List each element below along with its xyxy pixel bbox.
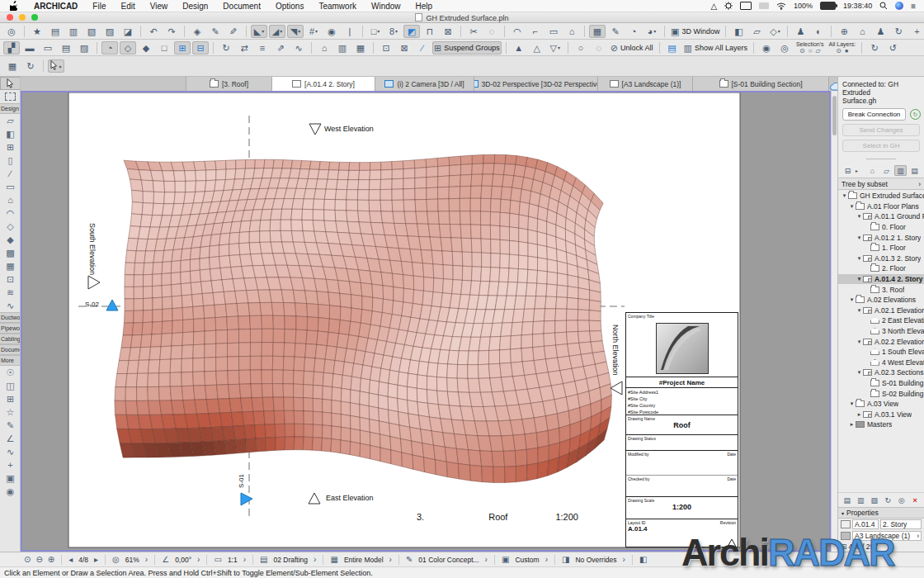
axo-view-icon[interactable]: ◇▾	[766, 25, 783, 38]
publisher-icon[interactable]: ▤	[908, 165, 921, 176]
tree-item[interactable]: ▾A.01 Floor Plans	[838, 201, 924, 212]
selection-pen-icon[interactable]: ▱	[815, 48, 820, 54]
unlock-all-button[interactable]: ⊘Unlock All	[609, 41, 655, 54]
label-tool[interactable]: ✎	[0, 419, 21, 432]
tree-item[interactable]: ▾A.02.2 Elevation	[838, 336, 924, 347]
curtain-wall-tool[interactable]: ◆	[0, 233, 21, 246]
model-view-value[interactable]: Custom	[515, 556, 539, 564]
rotate-icon[interactable]: ↻	[218, 41, 234, 54]
tree-item[interactable]: 4 West Elevation	[838, 358, 924, 368]
magnet-snap-icon[interactable]: ◉	[323, 25, 340, 38]
quick-options-icon[interactable]: ◎	[3, 25, 20, 38]
tab-3[interactable]: (i) 2 Camera [3D / All]	[375, 77, 474, 91]
tree-item[interactable]: 0. Floor	[838, 222, 924, 233]
visibility-a-icon[interactable]: ◉	[758, 41, 775, 54]
view-map-icon[interactable]: ▱	[880, 165, 893, 176]
orientation-value[interactable]: 0,00°	[175, 556, 191, 564]
modify-icon[interactable]: ⊡	[378, 41, 394, 54]
quick-layers-icon[interactable]: ▤	[664, 41, 681, 54]
menu-item-view[interactable]: View	[143, 2, 176, 11]
publish-home-icon[interactable]: ⌂	[854, 25, 870, 38]
poly-edit-icon[interactable]: ◇	[120, 41, 136, 54]
new-master-icon[interactable]: ▧	[869, 495, 880, 505]
mesh-tool[interactable]: ▦	[0, 259, 21, 272]
parameter-transfer-icon[interactable]: ◈	[189, 25, 205, 38]
walk-icon[interactable]: ♟	[872, 25, 889, 38]
tree-item[interactable]: 2. Floor	[838, 263, 924, 274]
marquee-tool[interactable]	[0, 90, 21, 103]
toolbox-section-design[interactable]: Design	[0, 103, 21, 114]
project-chooser-icon[interactable]: ⊟	[842, 165, 854, 176]
grid-snap-icon[interactable]: #▾	[305, 25, 322, 38]
resize-icon[interactable]: ⊠	[396, 41, 412, 54]
pen-set-icon[interactable]: ✎	[406, 555, 412, 564]
renovation-icon[interactable]: ✎	[607, 25, 624, 38]
favorite-apply-icon[interactable]: ▞	[3, 41, 20, 54]
beam-tool[interactable]: ∕	[0, 167, 21, 180]
dimension-tool[interactable]: ∠	[0, 432, 21, 445]
scrollbar-thumb[interactable]	[832, 96, 837, 135]
selection-eye-icon[interactable]: ⊙	[799, 48, 805, 54]
send-changes-button[interactable]: Send Changes	[842, 124, 920, 136]
layer-combination-value[interactable]: 02 Drafting	[274, 556, 309, 564]
marquee-select-icon[interactable]: □	[156, 41, 172, 54]
zoom-in-icon[interactable]: ⊕	[48, 555, 54, 564]
slab-mode-icon[interactable]: ▭	[40, 41, 56, 54]
tree-expander[interactable]: ▾	[848, 203, 856, 210]
tree-item[interactable]: ▸Masters	[838, 419, 924, 430]
menu-item-file[interactable]: File	[85, 2, 113, 11]
tree-expander[interactable]: ▾	[848, 400, 856, 407]
drawing-canvas[interactable]: West Elevation South Elevation North Ele…	[21, 91, 831, 552]
pen-set-chevron-icon[interactable]: ›	[485, 555, 488, 564]
tree-item[interactable]: ▾A.01.3 2. Story	[838, 253, 924, 264]
new-layout-icon[interactable]: ▤	[842, 495, 853, 505]
tab-2[interactable]: [A.01.4 2. Story]	[272, 77, 375, 91]
property-story-name[interactable]: 2. Story	[880, 519, 922, 529]
structure-display-value[interactable]: Entire Model	[344, 556, 384, 564]
tree-item[interactable]: ▾A.01.2 1. Story	[838, 232, 924, 243]
hotspot-tool[interactable]: +	[0, 458, 21, 471]
triangle-icon[interactable]: △	[710, 2, 717, 11]
tree-item[interactable]: ▾A.02 Elevations	[838, 295, 924, 306]
input-menu-icon[interactable]	[759, 2, 769, 9]
tree-item[interactable]: 1 South Elevation	[838, 347, 924, 358]
menu-item-options[interactable]: Options	[268, 2, 311, 11]
section-3d-icon[interactable]: ◧	[730, 25, 747, 38]
move-down-icon[interactable]: ▽▾	[547, 41, 563, 54]
transfer-settings-icon[interactable]: ▧	[83, 25, 100, 38]
new-subset-icon[interactable]: ▥	[856, 495, 867, 505]
zoom-out-icon[interactable]: ⊖	[35, 555, 42, 564]
prev-zoom-icon[interactable]: ◂	[68, 555, 73, 564]
next-zoom-icon[interactable]: ▸	[94, 555, 98, 564]
grid-tool[interactable]: ⊞	[0, 392, 21, 405]
menu-item-document[interactable]: Document	[215, 2, 268, 11]
light-tool[interactable]: ☆	[0, 405, 21, 419]
layers-eye-icon[interactable]: ⊙	[836, 48, 842, 54]
tree-expander[interactable]: ▾	[841, 192, 848, 199]
menu-item-help[interactable]: Help	[408, 2, 441, 11]
paste-settings-icon[interactable]: ▥	[65, 25, 82, 38]
pin-icon[interactable]: |	[342, 25, 358, 38]
tree-item[interactable]: S-01 Building Sec	[838, 378, 924, 389]
elevate-icon[interactable]: ⌂	[316, 41, 332, 54]
snap-points-icon[interactable]: ◥▾	[287, 25, 304, 38]
redo-icon[interactable]: ↷	[163, 25, 180, 38]
arc-segment-icon[interactable]: ◔	[101, 41, 118, 54]
editing-plane-icon[interactable]: ◩	[403, 25, 420, 38]
tab-5[interactable]: [A3 Landscape (1)]	[598, 77, 693, 91]
window-tool[interactable]: ⊞	[0, 140, 21, 154]
shell-tool[interactable]: ◠	[0, 206, 21, 220]
opening-tool[interactable]: ◫	[0, 379, 21, 392]
tree-item[interactable]: 3 North Elevation	[838, 326, 924, 337]
fillet-icon[interactable]: ◠	[509, 25, 526, 38]
bring-forward-icon[interactable]: ▲	[511, 41, 527, 54]
model-view-icon[interactable]: ▣	[502, 555, 509, 564]
ramp-tool[interactable]: ∿	[0, 299, 21, 312]
toolbox-section-docume[interactable]: Docume	[0, 344, 21, 355]
reference-icon[interactable]: ⊠	[440, 25, 456, 38]
structure-display-icon[interactable]: ▦	[330, 555, 337, 564]
slab-tool[interactable]: ▭	[0, 180, 21, 193]
camera-tool[interactable]: ◉	[0, 485, 21, 498]
move-up-icon[interactable]: △	[529, 41, 545, 54]
profile-icon[interactable]: 8▾	[385, 25, 402, 38]
